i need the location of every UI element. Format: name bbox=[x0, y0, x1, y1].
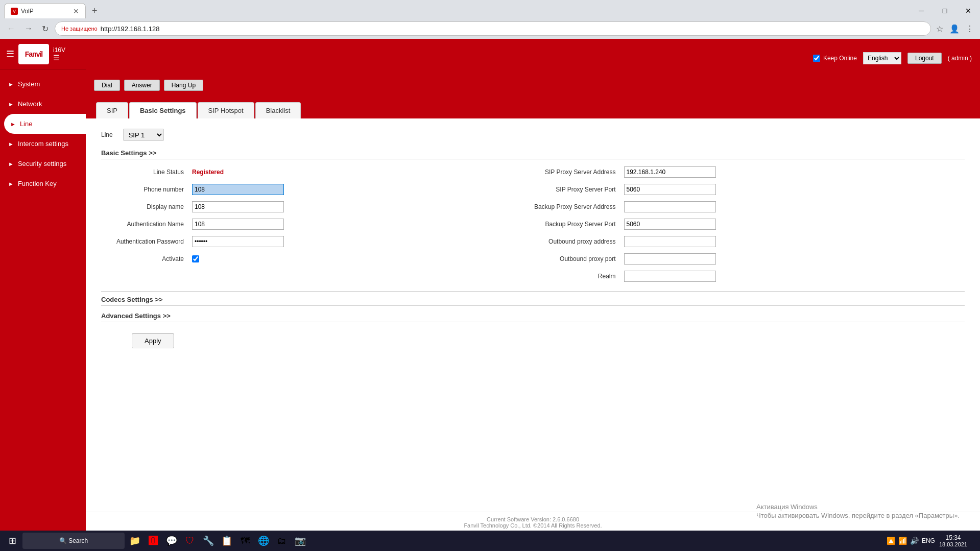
tab-basic-settings[interactable]: Basic Settings bbox=[129, 102, 197, 118]
sip-proxy-addr-input[interactable] bbox=[624, 166, 716, 178]
dial-button[interactable]: Dial bbox=[94, 80, 120, 91]
tab-blacklist[interactable]: Blacklist bbox=[255, 102, 301, 118]
profile-button[interactable]: 👤 bbox=[947, 22, 962, 36]
basic-settings-header[interactable]: Basic Settings >> bbox=[101, 149, 965, 159]
minimize-button[interactable]: ─ bbox=[910, 3, 933, 18]
line-status-value: Registered bbox=[192, 169, 224, 176]
line-status-row: Line Status Registered bbox=[101, 165, 533, 179]
backup-proxy-port-input[interactable] bbox=[624, 219, 716, 230]
outbound-proxy-port-label: Outbound proxy port bbox=[533, 255, 620, 262]
header-bar: Keep Online English Chinese Logout ( adm… bbox=[86, 39, 980, 78]
display-name-input[interactable] bbox=[192, 201, 284, 212]
settings-icon[interactable]: ☰ bbox=[53, 54, 60, 62]
clock-time: 15:34 bbox=[945, 534, 961, 541]
hang-up-button[interactable]: Hang Up bbox=[164, 80, 203, 91]
sidebar-item-line[interactable]: ► Line bbox=[4, 114, 86, 134]
activate-row: Activate bbox=[101, 252, 533, 266]
backup-proxy-addr-input[interactable] bbox=[624, 201, 716, 212]
address-bar-row: ← → ↻ Не защищено http://192.168.1.128 ☆… bbox=[0, 18, 980, 39]
outbound-proxy-addr-input[interactable] bbox=[624, 236, 716, 247]
forward-button[interactable]: → bbox=[21, 22, 36, 35]
close-button[interactable]: ✕ bbox=[957, 3, 980, 18]
taskbar-file-explorer[interactable]: 📁 bbox=[127, 533, 143, 549]
codecs-settings-header[interactable]: Codecs Settings >> bbox=[101, 296, 965, 306]
taskbar-search[interactable]: 🔍 Search bbox=[22, 533, 125, 549]
backup-proxy-port-label: Backup Proxy Server Port bbox=[533, 221, 620, 228]
realm-input[interactable] bbox=[624, 271, 716, 282]
activate-label: Activate bbox=[101, 255, 188, 262]
start-button[interactable]: ⊞ bbox=[4, 533, 20, 549]
taskbar-app3[interactable]: 📋 bbox=[219, 533, 235, 549]
app-body: ☰ Fanvil i16V ☰ ► System ► Network ► bbox=[0, 39, 980, 533]
keep-online-checkbox[interactable] bbox=[813, 55, 820, 62]
sidebar-label-line: Line bbox=[20, 120, 33, 128]
sidebar-item-intercom[interactable]: ► Intercom settings bbox=[0, 134, 86, 154]
taskbar-opera[interactable]: 🅾 bbox=[145, 533, 161, 549]
outbound-proxy-port-row: Outbound proxy port bbox=[533, 252, 965, 266]
auth-name-input[interactable] bbox=[192, 219, 284, 230]
sidebar-item-network[interactable]: ► Network bbox=[0, 94, 86, 114]
refresh-button[interactable]: ↻ bbox=[39, 22, 52, 36]
realm-label: Realm bbox=[533, 273, 620, 280]
taskbar-app1[interactable]: 🛡 bbox=[182, 533, 198, 549]
taskbar: ⊞ 🔍 Search 📁 🅾 💬 🛡 🔧 📋 🗺 🌐 🗂 📷 🔼 📶 🔊 ENG… bbox=[0, 531, 980, 551]
backup-proxy-addr-label: Backup Proxy Server Address bbox=[533, 203, 620, 210]
advanced-settings-header[interactable]: Advanced Settings >> bbox=[101, 312, 965, 322]
taskbar-chrome[interactable]: 🌐 bbox=[255, 533, 272, 549]
arrow-icon: ► bbox=[10, 121, 16, 127]
browser-tab-voip[interactable]: V VolP ✕ bbox=[4, 3, 86, 18]
taskbar-app4[interactable]: 🗺 bbox=[237, 533, 253, 549]
sidebar-item-function-key[interactable]: ► Function Key bbox=[0, 174, 86, 194]
new-tab-button[interactable]: + bbox=[88, 6, 102, 16]
back-button[interactable]: ← bbox=[4, 22, 18, 35]
tab-sip-hotspot[interactable]: SIP Hotspot bbox=[198, 102, 254, 118]
clock-date: 18.03.2021 bbox=[939, 541, 967, 547]
taskbar-app2[interactable]: 🔧 bbox=[200, 533, 217, 549]
footer-version: Current Software Version: 2.6.0.6680 bbox=[90, 516, 976, 522]
phone-number-input[interactable] bbox=[192, 184, 284, 195]
right-panel: Keep Online English Chinese Logout ( adm… bbox=[86, 39, 980, 533]
sidebar-item-security[interactable]: ► Security settings bbox=[0, 154, 86, 174]
taskbar-app6[interactable]: 📷 bbox=[292, 533, 308, 549]
line-selector: Line SIP 1 SIP 2 SIP 3 SIP 4 bbox=[101, 129, 965, 141]
auth-name-label: Authentication Name bbox=[101, 221, 188, 228]
logo-image: Fanvil bbox=[18, 44, 49, 64]
taskbar-right: 🔼 📶 🔊 ENG 15:34 18.03.2021 bbox=[887, 534, 976, 547]
phone-number-label: Phone number bbox=[101, 186, 188, 193]
clock-area[interactable]: 15:34 18.03.2021 bbox=[939, 534, 967, 547]
tray-network[interactable]: 📶 bbox=[898, 537, 907, 545]
activate-checkbox[interactable] bbox=[192, 255, 199, 262]
auth-password-input[interactable] bbox=[192, 236, 284, 247]
sidebar-label-security: Security settings bbox=[18, 160, 66, 167]
tab-sip[interactable]: SIP bbox=[96, 102, 128, 118]
taskbar-left: ⊞ 🔍 Search 📁 🅾 💬 🛡 🔧 📋 🗺 🌐 🗂 📷 bbox=[4, 533, 308, 549]
sip-proxy-port-input[interactable] bbox=[624, 184, 716, 195]
maximize-button[interactable]: □ bbox=[933, 3, 957, 18]
apply-button[interactable]: Apply bbox=[132, 333, 174, 348]
tab-favicon: V bbox=[11, 8, 18, 15]
tray-language[interactable]: ENG bbox=[922, 537, 935, 544]
browser-chrome: V VolP ✕ + ─ □ ✕ ← → ↻ Не защищено http:… bbox=[0, 0, 980, 39]
language-select[interactable]: English Chinese bbox=[863, 52, 901, 64]
outbound-proxy-port-input[interactable] bbox=[624, 253, 716, 265]
taskbar-skype[interactable]: 💬 bbox=[163, 533, 180, 549]
arrow-icon: ► bbox=[8, 161, 14, 167]
hamburger-icon[interactable]: ☰ bbox=[6, 49, 14, 60]
tray-up-arrow[interactable]: 🔼 bbox=[887, 537, 895, 545]
sidebar-item-system[interactable]: ► System bbox=[0, 74, 86, 94]
line-select[interactable]: SIP 1 SIP 2 SIP 3 SIP 4 bbox=[123, 129, 164, 141]
tray-volume[interactable]: 🔊 bbox=[910, 537, 919, 545]
toolbar-right: ☆ 👤 ⋮ bbox=[934, 22, 976, 36]
tab-close-button[interactable]: ✕ bbox=[73, 7, 79, 15]
menu-button[interactable]: ⋮ bbox=[964, 22, 976, 36]
header-controls: Keep Online English Chinese Logout ( adm… bbox=[813, 52, 972, 64]
arrow-icon: ► bbox=[8, 81, 14, 87]
window-controls: ─ □ ✕ bbox=[910, 3, 980, 18]
footer-copyright: Fanvil Technology Co., Ltd. ©2014 All Ri… bbox=[90, 522, 976, 529]
answer-button[interactable]: Answer bbox=[124, 80, 160, 91]
display-name-label: Display name bbox=[101, 203, 188, 210]
taskbar-app5[interactable]: 🗂 bbox=[274, 533, 290, 549]
logout-button[interactable]: Logout bbox=[907, 53, 942, 64]
address-bar[interactable]: Не защищено http://192.168.1.128 bbox=[55, 21, 931, 36]
bookmark-button[interactable]: ☆ bbox=[934, 22, 945, 36]
